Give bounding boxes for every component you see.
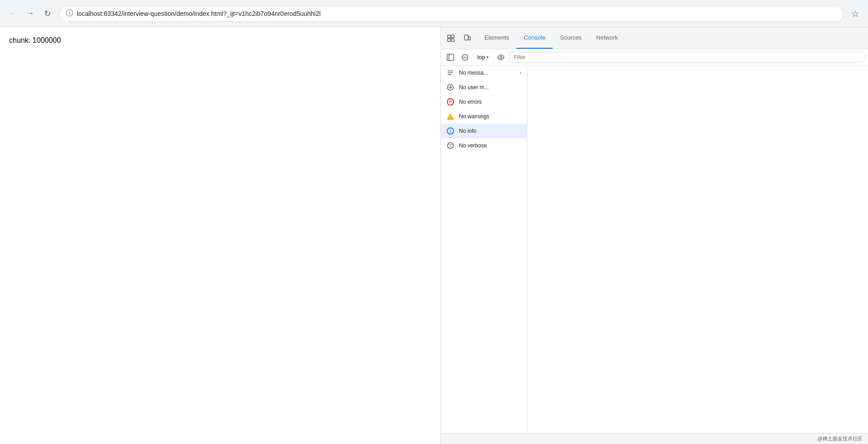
svg-rect-4 xyxy=(464,35,468,40)
filter-label-warnings: No warnings xyxy=(459,113,490,120)
context-dropdown[interactable]: top ▾ xyxy=(474,53,492,61)
context-label: top xyxy=(477,54,485,61)
clear-console-button[interactable] xyxy=(459,51,471,63)
console-main xyxy=(527,66,868,433)
chevron-down-icon: ▾ xyxy=(486,55,489,60)
filter-item-user[interactable]: No user m... xyxy=(441,80,527,95)
filter-label-user: No user m... xyxy=(459,84,489,91)
expand-messages-icon[interactable]: › xyxy=(520,70,521,76)
back-button[interactable]: ← xyxy=(5,6,20,21)
devtools-header: Elements Console Sources Network xyxy=(441,27,868,49)
devtools-panel: Elements Console Sources Network xyxy=(440,27,868,444)
svg-text:!: ! xyxy=(450,115,451,120)
page-text: chunk: 1000000 xyxy=(9,36,431,45)
svg-point-19 xyxy=(449,144,449,145)
filter-label-verbose: No verbose xyxy=(459,142,487,149)
filter-label-messages: No messa... xyxy=(459,70,488,76)
filter-item-errors[interactable]: No errors xyxy=(441,95,527,109)
error-icon xyxy=(446,98,454,106)
svg-point-20 xyxy=(450,144,451,145)
forward-button[interactable]: → xyxy=(23,6,37,21)
devtools-tabs: Elements Console Sources Network xyxy=(477,27,868,49)
info-icon: i xyxy=(446,127,454,135)
device-toolbar-button[interactable] xyxy=(461,32,474,45)
tab-network[interactable]: Network xyxy=(589,27,626,49)
url-input[interactable] xyxy=(77,10,837,17)
filter-label-errors: No errors xyxy=(459,99,482,105)
svg-rect-3 xyxy=(451,39,454,41)
filter-item-messages[interactable]: No messa... › xyxy=(441,66,527,80)
page-content: chunk: 1000000 xyxy=(0,27,440,444)
svg-point-18 xyxy=(448,143,454,149)
inspect-element-button[interactable] xyxy=(444,32,457,45)
live-expressions-button[interactable] xyxy=(495,51,507,63)
svg-rect-1 xyxy=(451,35,454,38)
svg-rect-6 xyxy=(447,54,454,61)
console-toolbar: top ▾ xyxy=(441,49,868,66)
verbose-icon xyxy=(446,141,454,150)
bookmark-button[interactable]: ☆ xyxy=(848,6,863,21)
bottom-bar: @稀土掘金技术社区 xyxy=(441,433,868,444)
svg-rect-2 xyxy=(448,39,450,41)
tab-sources[interactable]: Sources xyxy=(553,27,589,49)
console-sidebar: No messa... › No user m... xyxy=(441,66,527,433)
info-circle-icon: ⓘ xyxy=(66,9,73,18)
devtools-icons xyxy=(441,32,477,45)
nav-buttons: ← → ↻ xyxy=(5,6,55,21)
messages-icon xyxy=(446,69,454,77)
star-icon: ☆ xyxy=(851,8,859,19)
filter-item-warnings[interactable]: ! No warnings xyxy=(441,109,527,124)
sidebar-toggle-button[interactable] xyxy=(444,51,456,63)
browser-bar: ← → ↻ ⓘ ☆ xyxy=(0,0,868,27)
main-area: chunk: 1000000 xyxy=(0,27,868,444)
filter-input[interactable] xyxy=(510,52,864,63)
devtools-body: No messa... › No user m... xyxy=(441,66,868,433)
bottom-bar-text: @稀土掘金技术社区 xyxy=(818,435,863,442)
tab-elements[interactable]: Elements xyxy=(477,27,516,49)
address-bar[interactable]: ⓘ xyxy=(59,5,843,22)
reload-button[interactable]: ↻ xyxy=(40,6,55,21)
svg-point-21 xyxy=(451,144,452,145)
svg-point-10 xyxy=(500,56,502,58)
svg-rect-5 xyxy=(469,36,470,40)
filter-item-info[interactable]: i No info xyxy=(441,124,527,138)
tab-console[interactable]: Console xyxy=(516,27,553,49)
svg-rect-0 xyxy=(448,35,450,38)
warning-icon: ! xyxy=(446,112,454,121)
user-message-icon xyxy=(446,83,454,91)
filter-item-verbose[interactable]: No verbose xyxy=(441,138,527,153)
filter-label-info: No info xyxy=(459,128,476,134)
